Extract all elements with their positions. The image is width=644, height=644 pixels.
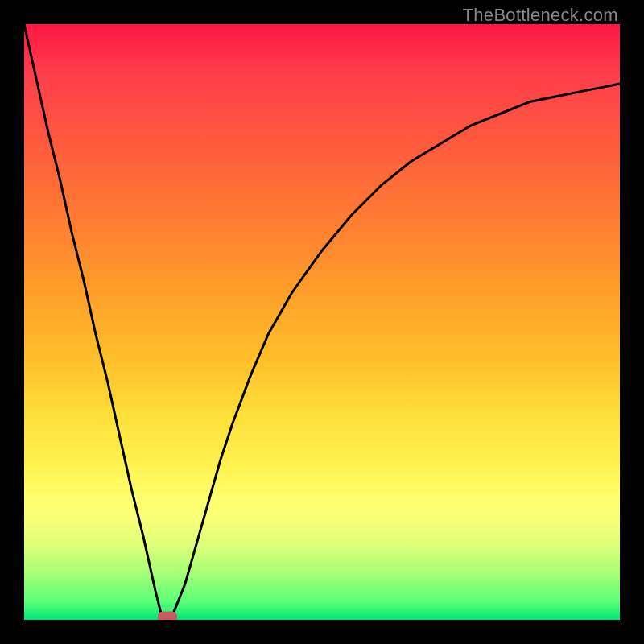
- bottleneck-curve: [24, 24, 620, 620]
- plot-area: [24, 24, 620, 620]
- bottleneck-marker: [158, 612, 177, 620]
- chart-frame: TheBottleneck.com: [0, 0, 644, 644]
- curve-layer: [24, 24, 620, 620]
- watermark-text: TheBottleneck.com: [463, 5, 618, 26]
